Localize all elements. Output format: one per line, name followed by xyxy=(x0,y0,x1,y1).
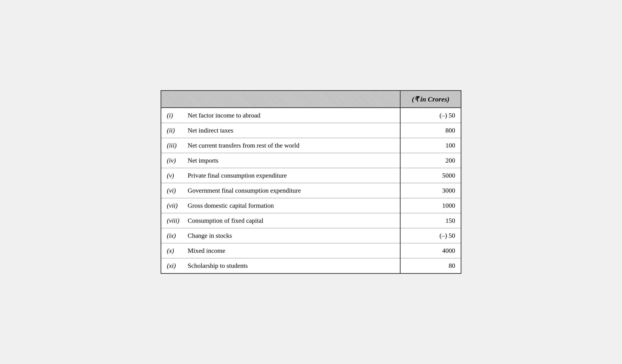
row-value-cell: 1000 xyxy=(401,198,461,213)
row-value-cell: 3000 xyxy=(401,183,461,198)
row-description: Consumption of fixed capital xyxy=(188,217,394,224)
row-value-cell: 150 xyxy=(401,213,461,228)
row-description: Scholarship to students xyxy=(188,262,394,269)
row-description: Net current transfers from rest of the w… xyxy=(188,142,394,149)
table-row: (ii)Net indirect taxes800 xyxy=(161,123,461,138)
table-body: (i)Net factor income to abroad(–) 50(ii)… xyxy=(161,108,461,273)
table-row: (viii)Consumption of fixed capital150 xyxy=(161,213,461,228)
table-header: (₹ in Crores) xyxy=(161,91,461,108)
row-left-cell: (iv)Net imports xyxy=(161,153,401,168)
row-left-cell: (i)Net factor income to abroad xyxy=(161,108,401,123)
table-row: (vii)Gross domestic capital formation100… xyxy=(161,198,461,213)
row-number: (v) xyxy=(167,172,188,179)
row-description: Net imports xyxy=(188,157,394,164)
main-table: (₹ in Crores) (i)Net factor income to ab… xyxy=(161,90,461,274)
row-number: (i) xyxy=(167,112,188,119)
row-value-cell: (–) 50 xyxy=(401,108,461,123)
row-left-cell: (x)Mixed income xyxy=(161,243,401,258)
row-number: (viii) xyxy=(167,217,188,224)
row-number: (iv) xyxy=(167,157,188,164)
row-description: Net factor income to abroad xyxy=(188,112,394,119)
row-description: Net indirect taxes xyxy=(188,127,394,134)
row-number: (vii) xyxy=(167,202,188,209)
row-left-cell: (viii)Consumption of fixed capital xyxy=(161,213,401,228)
row-value-cell: 100 xyxy=(401,138,461,153)
row-left-cell: (ix)Change in stocks xyxy=(161,228,401,243)
row-left-cell: (iii)Net current transfers from rest of … xyxy=(161,138,401,153)
row-number: (xi) xyxy=(167,262,188,269)
table-row: (ix)Change in stocks(–) 50 xyxy=(161,228,461,243)
row-number: (iii) xyxy=(167,142,188,149)
row-description: Gross domestic capital formation xyxy=(188,202,394,209)
row-number: (ix) xyxy=(167,232,188,239)
row-number: (x) xyxy=(167,247,188,255)
row-left-cell: (ii)Net indirect taxes xyxy=(161,123,401,138)
row-description: Private final consumption expenditure xyxy=(188,172,394,179)
header-currency-label: (₹ in Crores) xyxy=(412,95,449,103)
table-row: (v)Private final consumption expenditure… xyxy=(161,168,461,183)
header-right-cell: (₹ in Crores) xyxy=(401,91,461,107)
table-row: (iii)Net current transfers from rest of … xyxy=(161,138,461,153)
row-left-cell: (xi)Scholarship to students xyxy=(161,258,401,273)
row-value-cell: 800 xyxy=(401,123,461,138)
row-number: (ii) xyxy=(167,127,188,134)
row-value-cell: 80 xyxy=(401,258,461,273)
row-left-cell: (vi)Government final consumption expendi… xyxy=(161,183,401,198)
row-description: Government final consumption expenditure xyxy=(188,187,394,194)
table-row: (xi)Scholarship to students80 xyxy=(161,258,461,273)
table-row: (iv)Net imports200 xyxy=(161,153,461,168)
row-left-cell: (vii)Gross domestic capital formation xyxy=(161,198,401,213)
header-left-cell xyxy=(161,91,401,107)
row-value-cell: 200 xyxy=(401,153,461,168)
row-value-cell: 5000 xyxy=(401,168,461,183)
row-description: Mixed income xyxy=(188,247,394,255)
table-row: (vi)Government final consumption expendi… xyxy=(161,183,461,198)
table-row: (x)Mixed income4000 xyxy=(161,243,461,258)
row-value-cell: 4000 xyxy=(401,243,461,258)
row-number: (vi) xyxy=(167,187,188,194)
table-row: (i)Net factor income to abroad(–) 50 xyxy=(161,108,461,123)
row-value-cell: (–) 50 xyxy=(401,228,461,243)
row-description: Change in stocks xyxy=(188,232,394,239)
row-left-cell: (v)Private final consumption expenditure xyxy=(161,168,401,183)
